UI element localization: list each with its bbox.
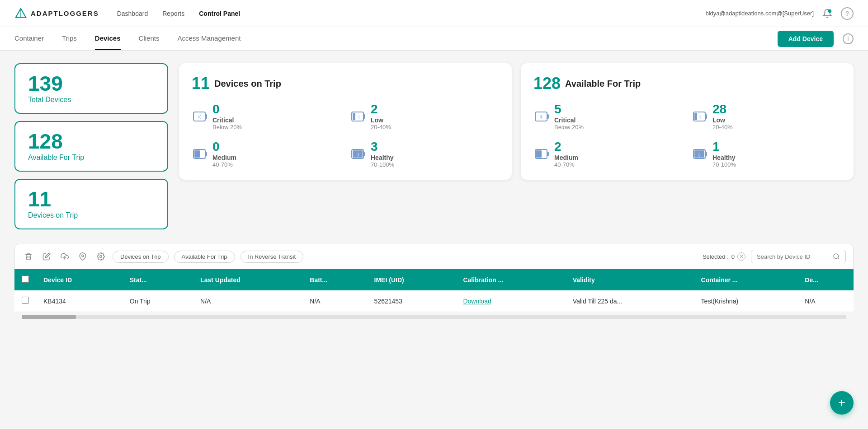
on-trip-critical-item: :( 0 Critical Below 20%	[192, 102, 341, 131]
row-last-updated: N/A	[193, 290, 302, 312]
available-healthy-item: :) 1 Healthy 70-100%	[692, 140, 841, 169]
on-trip-low-count: 2	[371, 102, 391, 117]
select-all-checkbox[interactable]	[22, 275, 29, 283]
available-devices-label: Available For Trip	[28, 154, 155, 162]
edit-icon[interactable]	[40, 250, 53, 263]
devices-table: Device ID Stat... Last Updated Batt... I…	[14, 269, 854, 312]
col-validity: Validity	[566, 269, 694, 290]
svg-text::|: :|	[200, 152, 202, 157]
on-trip-critical-range: Below 20%	[212, 124, 242, 131]
info-icon[interactable]: i	[843, 33, 854, 44]
available-critical-range: Below 20%	[554, 124, 584, 131]
tabs: Container Trips Devices Clients Access M…	[14, 27, 241, 50]
logo[interactable]: ADAPTLOGGERS	[14, 7, 99, 20]
logo-text: ADAPTLOGGERS	[31, 9, 99, 17]
col-calibration: Calibration ...	[456, 269, 565, 290]
available-title: Available For Trip	[565, 79, 641, 89]
svg-rect-27	[536, 150, 542, 158]
table-row: KB4134 On Trip N/A N/A 52621453 Download…	[14, 290, 854, 312]
available-low-count: 28	[712, 102, 733, 117]
tab-clients[interactable]: Clients	[139, 27, 160, 50]
sub-header: Container Trips Devices Clients Access M…	[0, 27, 868, 51]
upload-icon[interactable]	[58, 250, 71, 263]
svg-point-34	[100, 256, 102, 258]
on-trip-healthy-item: :) 3 Healthy 70-100%	[350, 140, 499, 169]
calibration-download-link[interactable]: Download	[463, 298, 491, 305]
stat-card-on-trip[interactable]: 11 Devices on Trip	[14, 179, 168, 229]
tab-devices[interactable]: Devices	[95, 27, 121, 50]
toolbar-right: Selected : 0 ✕	[703, 250, 846, 263]
on-trip-count: 11	[192, 74, 210, 93]
battery-card-available-title: 128 Available For Trip	[533, 74, 841, 93]
help-icon[interactable]: ?	[841, 7, 854, 20]
on-trip-healthy-name: Healthy	[371, 154, 394, 161]
location-icon[interactable]	[76, 250, 89, 263]
row-battery: N/A	[302, 290, 367, 312]
available-battery-low-icon: :|	[692, 108, 708, 125]
nav-control-panel[interactable]: Control Panel	[199, 8, 240, 19]
logo-icon	[14, 7, 27, 20]
delete-icon[interactable]	[22, 250, 35, 263]
filter-in-reverse-transit[interactable]: In Reverse Transit	[241, 251, 304, 263]
svg-rect-4	[205, 114, 207, 119]
tab-access-management[interactable]: Access Management	[177, 27, 241, 50]
battery-card-available: 128 Available For Trip :( 5 Critical	[521, 63, 854, 180]
settings-icon[interactable]	[94, 250, 107, 263]
svg-rect-26	[547, 152, 549, 156]
svg-text::(: :(	[540, 114, 543, 119]
row-checkbox-cell	[14, 290, 36, 312]
clear-selection-icon[interactable]: ✕	[737, 252, 745, 261]
row-imei: 52621453	[367, 290, 456, 312]
on-trip-low-name: Low	[371, 117, 391, 124]
available-medium-range: 40-70%	[554, 161, 578, 169]
svg-point-33	[82, 255, 84, 257]
row-calibration: Download	[456, 290, 565, 312]
svg-rect-11	[205, 152, 207, 156]
svg-rect-23	[694, 113, 697, 120]
available-low-item: :| 28 Low 20-40%	[692, 102, 841, 131]
available-low-name: Low	[712, 117, 733, 124]
stats-row: 139 Total Devices 128 Available For Trip…	[14, 63, 854, 229]
row-checkbox[interactable]	[22, 297, 29, 304]
selected-count: Selected : 0 ✕	[703, 252, 745, 261]
on-trip-healthy-range: 70-100%	[371, 161, 394, 169]
add-device-button[interactable]: Add Device	[778, 31, 834, 47]
available-devices-number: 128	[28, 131, 155, 152]
filter-devices-on-trip[interactable]: Devices on Trip	[113, 251, 169, 263]
nav-dashboard[interactable]: Dashboard	[117, 8, 148, 19]
available-battery-medium-icon	[533, 146, 550, 162]
search-input[interactable]	[757, 253, 829, 260]
notification-bell-icon[interactable]	[821, 7, 834, 20]
nav-reports[interactable]: Reports	[162, 8, 184, 19]
available-critical-item: :( 5 Critical Below 20%	[533, 102, 683, 131]
filter-available-for-trip[interactable]: Available For Trip	[174, 251, 235, 263]
col-de: De...	[797, 269, 854, 290]
svg-rect-15	[363, 152, 365, 156]
main-content: 139 Total Devices 128 Available For Trip…	[0, 51, 868, 334]
col-status: Stat...	[123, 269, 193, 290]
col-last-updated: Last Updated	[193, 269, 302, 290]
stat-card-total[interactable]: 139 Total Devices	[14, 63, 168, 114]
header-left: ADAPTLOGGERS Dashboard Reports Control P…	[14, 7, 240, 20]
devices-table-container: Device ID Stat... Last Updated Batt... I…	[14, 269, 854, 321]
on-trip-low-range: 20-40%	[371, 124, 391, 131]
available-healthy-name: Healthy	[712, 154, 736, 161]
svg-line-36	[838, 258, 839, 259]
available-medium-count: 2	[554, 140, 578, 154]
tab-container[interactable]: Container	[14, 27, 44, 50]
svg-rect-7	[363, 114, 365, 119]
total-devices-number: 139	[28, 73, 155, 94]
tab-trips[interactable]: Trips	[62, 27, 77, 50]
on-trip-number: 11	[28, 189, 155, 210]
stat-card-available[interactable]: 128 Available For Trip	[14, 121, 168, 172]
row-device-id: KB4134	[36, 290, 123, 312]
svg-rect-19	[547, 114, 549, 119]
svg-text::(: :(	[198, 114, 201, 119]
main-nav: Dashboard Reports Control Panel	[117, 8, 241, 19]
svg-text::): :)	[356, 152, 359, 157]
svg-rect-8	[353, 113, 355, 120]
available-battery-healthy-icon: :)	[692, 146, 708, 162]
svg-rect-22	[705, 114, 707, 119]
available-healthy-range: 70-100%	[712, 161, 736, 169]
selected-number: 0	[731, 253, 735, 260]
